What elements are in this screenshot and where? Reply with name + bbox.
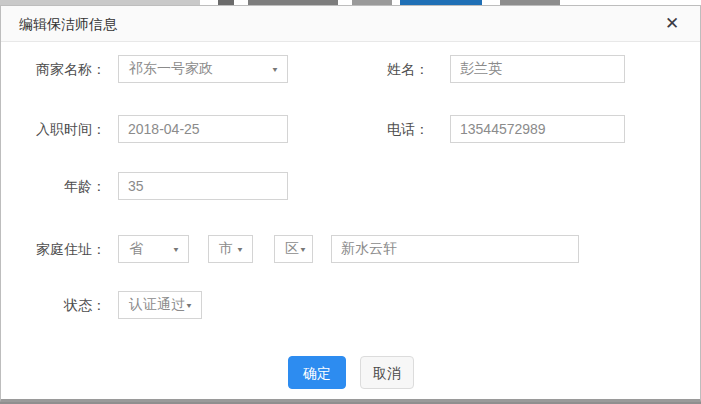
form-row-address: 家庭住址： 省 ▼ 市 ▼ 区 ▼ bbox=[1, 235, 700, 263]
merchant-select-value: 祁东一号家政 bbox=[129, 60, 213, 78]
entry-date-input[interactable] bbox=[118, 115, 288, 143]
district-select-value: 区 bbox=[285, 240, 299, 258]
close-icon[interactable]: ✕ bbox=[660, 12, 684, 36]
phone-label: 电话： bbox=[351, 115, 429, 143]
dialog-header: 编辑保洁师信息 ✕ bbox=[1, 6, 700, 42]
chevron-down-icon: ▼ bbox=[271, 65, 279, 73]
province-select[interactable]: 省 ▼ bbox=[118, 235, 189, 263]
merchant-select[interactable]: 祁东一号家政 ▼ bbox=[118, 55, 288, 83]
dialog-title: 编辑保洁师信息 bbox=[19, 16, 117, 34]
district-select[interactable]: 区 ▼ bbox=[274, 235, 313, 263]
cancel-button[interactable]: 取消 bbox=[360, 356, 414, 389]
chevron-down-icon: ▼ bbox=[236, 245, 244, 253]
form-row-date-phone: 入职时间： 电话： bbox=[1, 115, 700, 143]
dialog-footer: 确定 取消 bbox=[1, 356, 700, 390]
entry-date-label: 入职时间： bbox=[11, 115, 106, 143]
name-input[interactable] bbox=[450, 55, 625, 83]
province-select-value: 省 bbox=[129, 240, 143, 258]
status-select[interactable]: 认证通过 ▼ bbox=[118, 291, 202, 319]
form-row-merchant-name: 商家名称： 祁东一号家政 ▼ 姓名： bbox=[1, 55, 700, 83]
form-row-age: 年龄： bbox=[1, 172, 700, 200]
phone-input[interactable] bbox=[450, 115, 625, 143]
edit-housekeeper-dialog: 编辑保洁师信息 ✕ 商家名称： 祁东一号家政 ▼ 姓名： 入职时间： 电话： 年… bbox=[0, 5, 701, 402]
chevron-down-icon: ▼ bbox=[185, 301, 193, 309]
status-label: 状态： bbox=[11, 291, 106, 319]
confirm-button[interactable]: 确定 bbox=[288, 356, 346, 389]
name-label: 姓名： bbox=[351, 55, 429, 83]
age-input[interactable] bbox=[118, 172, 288, 200]
city-select[interactable]: 市 ▼ bbox=[208, 235, 253, 263]
form-row-status: 状态： 认证通过 ▼ bbox=[1, 291, 700, 319]
status-select-value: 认证通过 bbox=[129, 296, 185, 314]
age-label: 年龄： bbox=[11, 172, 106, 200]
chevron-down-icon: ▼ bbox=[299, 245, 307, 253]
chevron-down-icon: ▼ bbox=[172, 245, 180, 253]
city-select-value: 市 bbox=[219, 240, 233, 258]
address-detail-input[interactable] bbox=[331, 235, 579, 263]
address-label: 家庭住址： bbox=[11, 235, 106, 263]
merchant-label: 商家名称： bbox=[11, 55, 106, 83]
